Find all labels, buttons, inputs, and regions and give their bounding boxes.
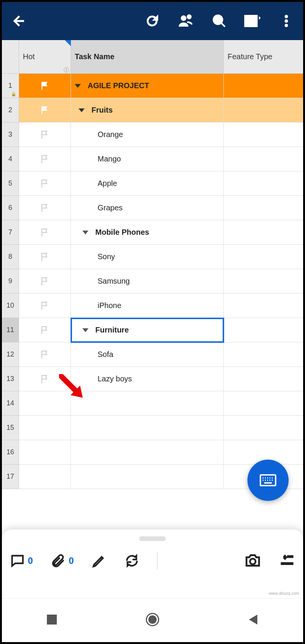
keyboard-fab[interactable]	[247, 460, 289, 501]
feature-cell[interactable]	[224, 367, 303, 391]
refresh-icon[interactable]	[143, 12, 161, 30]
flag-icon[interactable]	[40, 129, 50, 140]
flag-icon[interactable]	[40, 374, 50, 384]
table-row[interactable]: 9Samsung	[2, 269, 303, 294]
hot-cell[interactable]	[19, 342, 71, 367]
nav-back-icon[interactable]	[247, 613, 260, 628]
table-row[interactable]: 10iPhone	[2, 294, 303, 318]
row-number[interactable]: 8	[2, 245, 19, 269]
task-cell[interactable]	[71, 391, 224, 416]
task-cell[interactable]: Sofa	[71, 342, 224, 367]
row-number[interactable]: 4	[2, 147, 19, 171]
row-number[interactable]: 3	[2, 123, 19, 147]
table-row[interactable]: 14	[2, 391, 303, 416]
row-number[interactable]: 16	[2, 440, 19, 465]
share-people-icon[interactable]	[177, 12, 195, 30]
row-number[interactable]: 1🔒	[2, 74, 19, 98]
task-cell[interactable]: Orange	[71, 123, 224, 147]
flag-icon[interactable]	[40, 325, 50, 336]
feature-cell[interactable]	[224, 269, 303, 294]
task-cell[interactable]: Fruits	[71, 98, 224, 123]
row-number[interactable]: 15	[2, 416, 19, 440]
flag-icon[interactable]	[40, 276, 50, 287]
row-number[interactable]: 14	[2, 391, 19, 416]
info-icon[interactable]: i	[64, 67, 69, 73]
hot-cell[interactable]	[19, 147, 71, 171]
task-cell[interactable]: Apple	[71, 171, 224, 196]
table-row[interactable]: 5Apple	[2, 171, 303, 196]
column-feature-type[interactable]: Feature Type	[224, 40, 303, 73]
hot-cell[interactable]	[19, 171, 71, 196]
row-number[interactable]: 10	[2, 294, 19, 318]
table-row[interactable]: 2Fruits	[2, 98, 303, 123]
row-number[interactable]: 11	[2, 318, 19, 342]
table-row[interactable]: 7Mobile Phones	[2, 220, 303, 245]
task-cell[interactable]	[71, 416, 224, 440]
back-icon[interactable]	[10, 12, 28, 30]
sheet-drag-handle[interactable]	[139, 536, 166, 541]
row-number[interactable]: 7	[2, 220, 19, 245]
sync-button[interactable]	[124, 553, 140, 568]
feature-cell[interactable]	[224, 220, 303, 245]
flag-icon[interactable]	[40, 227, 50, 238]
task-cell[interactable]: AGILE PROJECT	[71, 74, 224, 98]
nav-recent-icon[interactable]	[45, 613, 58, 628]
task-cell[interactable]: iPhone	[71, 294, 224, 318]
hot-cell[interactable]	[19, 123, 71, 147]
flag-icon[interactable]	[40, 154, 50, 165]
table-row[interactable]: 16	[2, 440, 303, 465]
hot-cell[interactable]	[19, 269, 71, 294]
row-number[interactable]: 5	[2, 171, 19, 196]
column-hot[interactable]: Hot i	[19, 40, 71, 73]
flag-icon[interactable]	[40, 203, 50, 213]
feature-cell[interactable]	[224, 416, 303, 440]
flag-icon[interactable]	[40, 252, 50, 262]
comments-button[interactable]: 0	[10, 553, 33, 568]
feature-cell[interactable]	[224, 74, 303, 98]
attachments-button[interactable]: 0	[50, 553, 74, 568]
flag-icon[interactable]	[40, 105, 50, 116]
task-cell[interactable]: Lazy boys	[71, 367, 224, 391]
hot-cell[interactable]	[19, 440, 71, 465]
table-row[interactable]: 12Sofa	[2, 342, 303, 367]
hot-cell[interactable]	[19, 245, 71, 269]
edit-button[interactable]	[92, 553, 107, 568]
flag-icon[interactable]	[40, 300, 50, 311]
table-row[interactable]: 15	[2, 416, 303, 440]
feature-cell[interactable]	[224, 123, 303, 147]
table-row[interactable]: 1🔒AGILE PROJECT	[2, 74, 303, 98]
hot-cell[interactable]	[19, 294, 71, 318]
search-icon[interactable]	[210, 12, 228, 30]
feature-cell[interactable]	[224, 318, 303, 342]
task-cell[interactable]: Sony	[71, 245, 224, 269]
feature-cell[interactable]	[224, 245, 303, 269]
hot-cell[interactable]	[19, 465, 71, 489]
table-row[interactable]: 8Sony	[2, 245, 303, 269]
feature-cell[interactable]	[224, 98, 303, 123]
task-cell[interactable]: Mango	[71, 147, 224, 171]
table-row[interactable]: 4Mango	[2, 147, 303, 171]
hot-cell[interactable]	[19, 416, 71, 440]
table-row[interactable]: 6Grapes	[2, 196, 303, 220]
table-row[interactable]: 13Lazy boys	[2, 367, 303, 391]
flag-icon[interactable]	[40, 81, 50, 91]
task-cell[interactable]: Grapes	[71, 196, 224, 220]
expand-icon[interactable]	[75, 84, 81, 88]
hot-cell[interactable]	[19, 196, 71, 220]
feature-cell[interactable]	[224, 391, 303, 416]
task-cell[interactable]: Furniture	[71, 318, 224, 342]
row-number[interactable]: 17	[2, 465, 19, 489]
task-cell[interactable]: Samsung	[71, 269, 224, 294]
row-number[interactable]: 12	[2, 342, 19, 367]
expand-icon[interactable]	[82, 231, 88, 234]
feature-cell[interactable]	[224, 196, 303, 220]
row-number[interactable]: 9	[2, 269, 19, 294]
hot-cell[interactable]	[19, 318, 71, 342]
task-cell[interactable]	[71, 440, 224, 465]
row-number[interactable]: 13	[2, 367, 19, 391]
feature-cell[interactable]	[224, 342, 303, 367]
expand-icon[interactable]	[82, 328, 88, 332]
column-task-name[interactable]: Task Name	[71, 40, 224, 73]
hot-cell[interactable]	[19, 391, 71, 416]
hot-cell[interactable]	[19, 74, 71, 98]
